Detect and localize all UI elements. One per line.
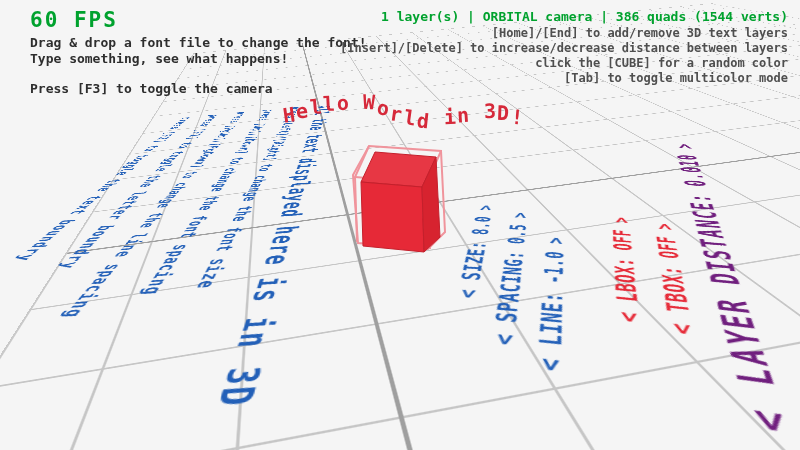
status-line: 1 layer(s) | ORBITAL camera | 386 quads … (381, 9, 788, 24)
help-line-layers: [Home]/[End] to add/remove 3D text layer… (340, 26, 788, 41)
cube-faces (361, 152, 440, 252)
help-line-distance: [Insert]/[Delete] to increase/decrease d… (340, 41, 788, 56)
instruction-line-camera: Press [F3] to toggle the camera (30, 81, 367, 97)
fps-counter: 60 FPS (30, 8, 118, 32)
help-line-multicolor: [Tab] to toggle multicolor mode (340, 71, 788, 86)
instruction-line-type: Type something, see what happens! (30, 51, 367, 67)
help-line-cube-color: click the [CUBE] for a random color (340, 56, 788, 71)
hello-world-3d-text: Hello World in 3D! (282, 92, 532, 152)
instruction-line-dragdrop: Drag & drop a font file to change the fo… (30, 35, 367, 51)
help-block: [Home]/[End] to add/remove 3D text layer… (340, 26, 788, 86)
instructions-block: Drag & drop a font file to change the fo… (30, 35, 367, 97)
scene-viewport[interactable]: All the text displayed here is in 3D pre… (0, 0, 800, 450)
spacer (30, 67, 367, 81)
